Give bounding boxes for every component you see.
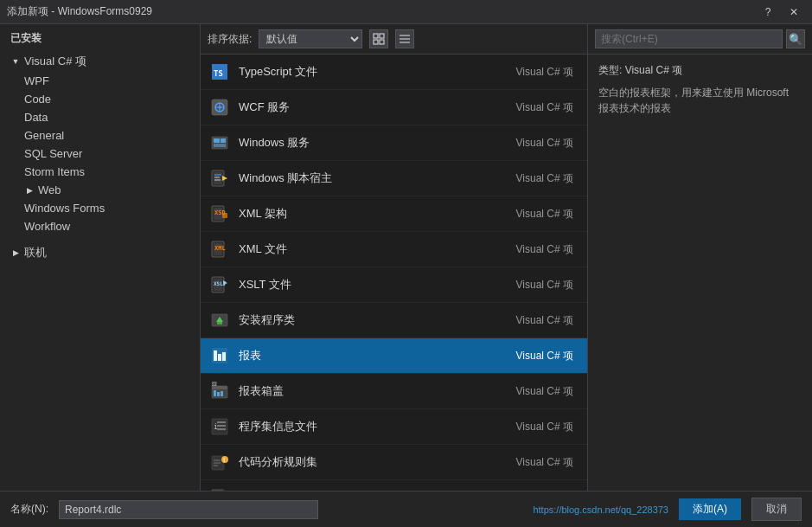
title-bar-text: 添加新项 - WindowsForms0929 bbox=[7, 4, 757, 19]
report-icon bbox=[208, 344, 232, 368]
sidebar-label-windows-forms: Windows Forms bbox=[24, 202, 105, 215]
svg-rect-40 bbox=[218, 354, 221, 361]
item-type: Visual C# 项 bbox=[516, 278, 580, 292]
assembly-icon: i bbox=[208, 415, 232, 439]
item-name: 报表箱盖 bbox=[239, 383, 516, 399]
svg-rect-17 bbox=[214, 144, 226, 147]
item-type: Visual C# 项 bbox=[516, 136, 580, 151]
sidebar-item-sql-server[interactable]: SQL Server bbox=[0, 145, 200, 163]
list-item[interactable]: XSD XML 架构 Visual C# 项 bbox=[201, 196, 587, 232]
grid-view-button[interactable] bbox=[369, 29, 388, 48]
sidebar-header: 已安装 bbox=[0, 24, 200, 51]
search-bar: 🔍 bbox=[588, 24, 812, 55]
list-item[interactable]: Windows 脚本宿主 Visual C# 项 bbox=[201, 161, 587, 196]
item-name: 报表 bbox=[239, 348, 516, 363]
item-type: Visual C# 项 bbox=[516, 242, 580, 257]
items-list: TS TypeScript 文件 Visual C# 项 bbox=[201, 55, 587, 491]
svg-rect-1 bbox=[380, 34, 384, 38]
item-name: 程序集信息文件 bbox=[239, 419, 516, 434]
svg-rect-51 bbox=[217, 425, 226, 427]
list-item[interactable]: 🖼 报表箱盖 Visual C# 项 bbox=[201, 374, 587, 409]
list-item[interactable]: i 程序集信息文件 Visual C# 项 bbox=[201, 409, 587, 445]
help-button[interactable]: ? bbox=[757, 4, 779, 20]
xslt-icon: XSLT bbox=[208, 273, 232, 297]
windows-service-icon bbox=[208, 131, 232, 155]
sidebar-item-wpf[interactable]: WPF bbox=[0, 72, 200, 90]
sidebar-item-code[interactable]: Code bbox=[0, 90, 200, 108]
sort-select[interactable]: 默认值 bbox=[259, 29, 362, 48]
list-view-button[interactable] bbox=[395, 29, 414, 48]
svg-rect-39 bbox=[214, 350, 217, 361]
list-item[interactable]: XSLT XSLT 文件 Visual C# 项 bbox=[201, 267, 587, 303]
close-button[interactable]: ✕ bbox=[783, 4, 805, 20]
sidebar-label-data: Data bbox=[24, 111, 48, 124]
list-item[interactable]: Windows 服务 Visual C# 项 bbox=[201, 125, 587, 161]
svg-text:🖼: 🖼 bbox=[212, 382, 217, 387]
item-type: Visual C# 项 bbox=[516, 420, 580, 434]
sidebar-label-workflow: Workflow bbox=[24, 220, 70, 233]
svg-rect-3 bbox=[380, 40, 384, 44]
sidebar-item-windows-forms[interactable]: Windows Forms bbox=[0, 199, 200, 217]
expand-arrow-web: ▶ bbox=[24, 185, 35, 196]
main-container: 已安装 ▼ Visual C# 项 WPF Code Data General … bbox=[0, 24, 812, 491]
list-item[interactable]: 报表 Visual C# 项 bbox=[201, 338, 587, 374]
list-item[interactable]: XML XML 文件 Visual C# 项 bbox=[201, 232, 587, 267]
blog-link[interactable]: https://blog.csdn.net/qq_228373 bbox=[533, 505, 668, 515]
list-item[interactable]: ! 代码分析规则集 Visual C# 项 bbox=[201, 445, 587, 480]
svg-text:XML: XML bbox=[214, 245, 226, 252]
name-input[interactable] bbox=[59, 500, 318, 519]
bottom-bar: 名称(N): https://blog.csdn.net/qq_228373 添… bbox=[0, 491, 812, 527]
sidebar-label-web: Web bbox=[38, 183, 61, 196]
list-item[interactable]: TS TypeScript 文件 Visual C# 项 bbox=[201, 55, 587, 90]
typescript-icon: TS bbox=[208, 60, 232, 84]
right-info-title: 类型: Visual C# 项 bbox=[598, 63, 802, 78]
sidebar-label-general: General bbox=[24, 129, 64, 142]
item-name: XSLT 文件 bbox=[239, 277, 516, 292]
list-item[interactable]: 安装程序类 Visual C# 项 bbox=[201, 303, 587, 338]
sidebar-item-visual-csharp[interactable]: ▼ Visual C# 项 bbox=[0, 51, 200, 72]
item-type: Visual C# 项 bbox=[516, 455, 580, 470]
svg-marker-23 bbox=[222, 176, 227, 181]
sidebar-item-storm-items[interactable]: Storm Items bbox=[0, 163, 200, 181]
sidebar-label-storm-items: Storm Items bbox=[24, 165, 85, 178]
center-panel: 排序依据: 默认值 bbox=[201, 24, 587, 491]
item-name: 安装程序类 bbox=[239, 312, 516, 328]
right-info-desc: 空白的报表框架，用来建立使用 Microsoft 报表技术的报表 bbox=[598, 85, 802, 116]
svg-rect-27 bbox=[222, 213, 227, 218]
xml-file-icon: XML bbox=[208, 237, 232, 261]
sidebar-item-general[interactable]: General bbox=[0, 126, 200, 145]
sidebar-label-code: Code bbox=[24, 93, 51, 106]
title-bar-controls: ? ✕ bbox=[757, 4, 805, 20]
code-analysis-icon: ! bbox=[208, 450, 232, 474]
item-name: 代码分析规则集 bbox=[239, 454, 516, 470]
sidebar-label-sql-server: SQL Server bbox=[24, 147, 82, 160]
sidebar-item-workflow[interactable]: Workflow bbox=[0, 217, 200, 235]
svg-rect-15 bbox=[214, 138, 220, 143]
svg-rect-16 bbox=[221, 138, 226, 143]
item-type: Visual C# 项 bbox=[516, 100, 580, 115]
right-panel: 🔍 类型: Visual C# 项 空白的报表框架，用来建立使用 Microso… bbox=[587, 24, 812, 491]
search-button[interactable]: 🔍 bbox=[786, 29, 805, 48]
sidebar-label-visual-csharp: Visual C# 项 bbox=[24, 54, 86, 69]
sidebar: 已安装 ▼ Visual C# 项 WPF Code Data General … bbox=[0, 24, 201, 491]
center-toolbar: 排序依据: 默认值 bbox=[201, 24, 587, 55]
sidebar-content: ▼ Visual C# 项 WPF Code Data General SQL … bbox=[0, 51, 200, 491]
cancel-button[interactable]: 取消 bbox=[751, 498, 802, 521]
search-input[interactable] bbox=[595, 29, 783, 48]
sidebar-item-data[interactable]: Data bbox=[0, 108, 200, 126]
add-button[interactable]: 添加(A) bbox=[679, 498, 741, 520]
item-type: Visual C# 项 bbox=[516, 313, 580, 328]
sidebar-label-lianji: 联机 bbox=[24, 245, 47, 260]
sidebar-item-lianji[interactable]: ▶ 联机 bbox=[0, 242, 200, 263]
installer-icon bbox=[208, 308, 232, 332]
report-box-icon: 🖼 bbox=[208, 379, 232, 403]
list-item[interactable]: C# 代码文件 Visual C# 项 bbox=[201, 480, 587, 491]
item-name: TypeScript 文件 bbox=[239, 64, 516, 80]
svg-rect-52 bbox=[217, 428, 226, 430]
sidebar-label-wpf: WPF bbox=[24, 74, 49, 87]
sidebar-item-web[interactable]: ▶ Web bbox=[0, 181, 200, 199]
item-type: Visual C# 项 bbox=[516, 207, 580, 222]
item-name: XML 架构 bbox=[239, 206, 516, 222]
list-item[interactable]: WCF 服务 Visual C# 项 bbox=[201, 90, 587, 125]
name-label: 名称(N): bbox=[10, 502, 48, 517]
